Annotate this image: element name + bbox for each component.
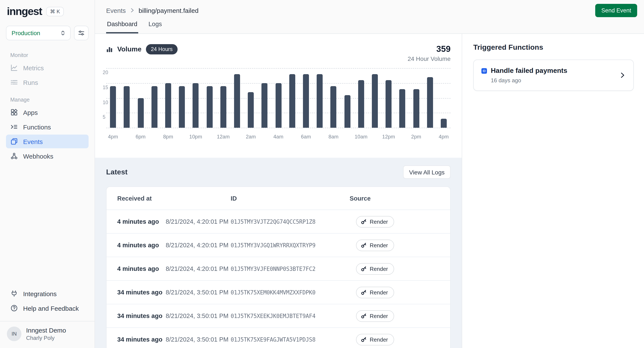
- triggered-functions-title: Triggered Functions: [473, 43, 634, 52]
- sidebar-item-help-and-feedback[interactable]: Help and Feedback: [6, 301, 88, 315]
- table-row[interactable]: 34 minutes ago8/21/2024, 3:50:01 PM01J5T…: [106, 327, 450, 348]
- sidebar-item-functions[interactable]: Functions: [6, 120, 88, 134]
- inngest-logo: inngest: [7, 5, 42, 18]
- table-row[interactable]: 4 minutes ago8/21/2024, 4:20:01 PM01J5TM…: [106, 257, 450, 280]
- column-header-id: ID: [231, 195, 350, 202]
- sidebar-item-metrics[interactable]: Metrics: [6, 61, 88, 75]
- chart-bar-11am: [372, 74, 378, 128]
- chart-bar-slot: [368, 68, 382, 128]
- chart-bar-slot: [299, 68, 313, 128]
- cell-event-id: 01J5TK75XEEKJK0EMJBTET9AF4: [231, 313, 350, 319]
- sliders-icon: [78, 30, 85, 37]
- chart-bar-5am: [289, 74, 295, 128]
- cell-event-id: 01J5TK75XEM0KK4MVMZXXFDPK0: [231, 289, 350, 295]
- chart-bar-10am: [358, 80, 364, 128]
- function-name-row: Handle failed payments: [482, 67, 567, 75]
- environment-row: Production: [6, 26, 88, 40]
- tab-logs[interactable]: Logs: [148, 21, 163, 34]
- cell-event-id: 01J5TMY3VJTZ2QG74QCC5RP1Z8: [231, 218, 350, 225]
- table-row[interactable]: 4 minutes ago8/21/2024, 4:20:01 PM01J5TM…: [106, 233, 450, 257]
- chart-bar-11pm: [206, 86, 212, 128]
- x-axis-tick-label: [313, 134, 326, 140]
- function-name: Handle failed payments: [491, 67, 567, 75]
- tab-dashboard[interactable]: Dashboard: [106, 21, 138, 34]
- sidebar: inngest ⌘ K Production MonitorMetricsRun…: [0, 0, 95, 348]
- chart-bar-2am: [248, 92, 254, 128]
- x-axis-tick-label: 8pm: [161, 134, 175, 140]
- chart-bar-slot: [244, 68, 258, 128]
- viewport: inngest ⌘ K Production MonitorMetricsRun…: [0, 0, 644, 348]
- absolute-timestamp: 8/21/2024, 3:50:01 PM: [166, 312, 228, 319]
- x-axis-tick-label: [396, 134, 409, 140]
- cell-received-at: 4 minutes ago8/21/2024, 4:20:01 PM: [117, 218, 231, 225]
- view-all-logs-button[interactable]: View All Logs: [403, 165, 450, 179]
- table-row[interactable]: 34 minutes ago8/21/2024, 3:50:01 PM01J5T…: [106, 280, 450, 304]
- source-render-button[interactable]: Render: [356, 239, 394, 251]
- triggered-function-card[interactable]: Handle failed payments16 days ago: [473, 60, 634, 91]
- x-axis-tick-label: [340, 134, 354, 140]
- chart-bar-slot: [327, 68, 340, 128]
- sidebar-footer-nav: IntegrationsHelp and Feedback: [6, 287, 88, 316]
- chart-bar-2pm: [413, 89, 419, 128]
- chart-bar-slot: [354, 68, 368, 128]
- volume-bar-chart: 2015105: [106, 68, 450, 128]
- table-header-row: Received at ID Source: [106, 187, 450, 210]
- chart-bar-8pm: [165, 83, 171, 128]
- chart-bar-slot: [175, 68, 189, 128]
- chart-bar-slot: [258, 68, 271, 128]
- sidebar-item-integrations[interactable]: Integrations: [6, 287, 88, 300]
- send-event-button[interactable]: Send Event: [595, 4, 637, 17]
- y-axis-tick-label: 5: [103, 115, 106, 120]
- chart-bar-4pm: [441, 119, 447, 128]
- source-render-button[interactable]: Render: [356, 286, 394, 298]
- main-area: Events billing/payment.failed Send Event…: [95, 0, 644, 348]
- center-column: Volume 24 Hours 359 24 Hour Volume 20151…: [95, 34, 462, 348]
- triggered-functions-panel: Triggered Functions Handle failed paymen…: [462, 34, 644, 348]
- environment-settings-button[interactable]: [74, 26, 88, 40]
- chart-bar-12am: [220, 86, 226, 128]
- command-k-shortcut[interactable]: ⌘ K: [46, 7, 64, 16]
- x-axis-tick-label: [423, 134, 437, 140]
- user-account-button[interactable]: IN Inngest Demo Charly Poly: [6, 321, 88, 342]
- x-axis-tick-label: 2am: [244, 134, 258, 140]
- sidebar-item-label: Events: [23, 138, 43, 145]
- source-render-button[interactable]: Render: [356, 334, 394, 345]
- x-axis-tick-label: 4pm: [106, 134, 120, 140]
- sidebar-item-events[interactable]: Events: [6, 135, 88, 148]
- x-axis-tick-label: [120, 134, 134, 140]
- chart-bar-slot: [437, 68, 450, 128]
- chart-bar-5pm: [124, 86, 130, 128]
- sidebar-item-webhooks[interactable]: Webhooks: [6, 149, 88, 163]
- cell-received-at: 34 minutes ago8/21/2024, 3:50:01 PM: [117, 336, 231, 343]
- table-row[interactable]: 34 minutes ago8/21/2024, 3:50:01 PM01J5T…: [106, 304, 450, 327]
- chart-bar-slot: [313, 68, 326, 128]
- absolute-timestamp: 8/21/2024, 4:20:01 PM: [166, 242, 228, 249]
- x-axis-tick-label: [258, 134, 271, 140]
- function-last-run: 16 days ago: [491, 77, 567, 84]
- cell-source: Render: [350, 310, 450, 322]
- source-render-button[interactable]: Render: [356, 263, 394, 274]
- plug-icon: [10, 290, 18, 297]
- chart-bar-6am: [303, 74, 309, 128]
- environment-select[interactable]: Production: [6, 26, 70, 40]
- volume-header: Volume 24 Hours 359 24 Hour Volume: [106, 34, 450, 62]
- cell-event-id: 01J5TMY3VJFE0NNP0S3BTE7FC2: [231, 265, 350, 272]
- functions-icon: [10, 123, 18, 131]
- source-label: Render: [370, 313, 388, 319]
- table-row[interactable]: 4 minutes ago8/21/2024, 4:20:01 PM01J5TM…: [106, 210, 450, 233]
- sidebar-item-apps[interactable]: Apps: [6, 105, 88, 119]
- sidebar-item-runs[interactable]: Runs: [6, 75, 88, 89]
- nav-section-label: Manage: [10, 97, 88, 103]
- sidebar-spacer: [6, 164, 88, 287]
- source-render-button[interactable]: Render: [356, 216, 394, 227]
- range-badge-24-hours[interactable]: 24 Hours: [146, 44, 178, 54]
- chart-bar-slot: [340, 68, 354, 128]
- x-axis-tick-label: [148, 134, 161, 140]
- chart-bar-slot: [382, 68, 396, 128]
- source-render-button[interactable]: Render: [356, 310, 394, 322]
- sidebar-item-label: Help and Feedback: [23, 304, 79, 312]
- breadcrumb-events-link[interactable]: Events: [106, 7, 126, 14]
- chart-bar-9am: [344, 95, 350, 128]
- relative-time: 4 minutes ago: [117, 218, 159, 225]
- chart-bar-slot: [148, 68, 161, 128]
